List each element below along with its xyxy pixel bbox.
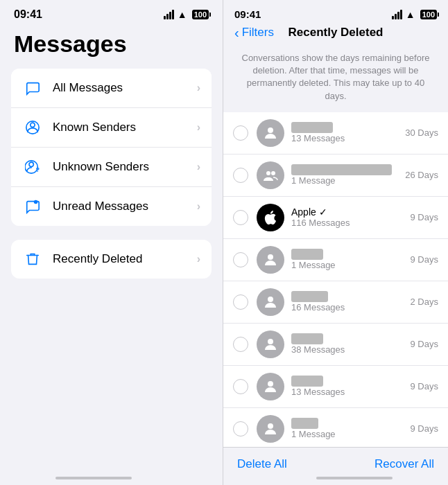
deleted-item-info: xxxx xxxx13 Messages	[291, 122, 401, 143]
radio-circle[interactable]	[233, 421, 248, 436]
deleted-item-info: xxxxxx xxx xxxx xxxxxx1 Message	[291, 164, 401, 186]
radio-circle[interactable]	[233, 252, 248, 267]
chevron-right-icon: ›	[197, 161, 200, 173]
deleted-item-name: xxxx xx	[291, 333, 406, 344]
avatar	[257, 330, 284, 358]
menu-item-recently-deleted[interactable]: Recently Deleted ›	[11, 240, 212, 279]
deleted-list-item[interactable]: xxxx xx38 Messages9 Days	[223, 324, 448, 366]
deleted-item-name: xxxx xx	[291, 249, 406, 260]
battery-icon-right: 100	[420, 10, 437, 19]
avatar	[257, 415, 284, 443]
deleted-item-days: 9 Days	[411, 381, 438, 391]
deleted-list: xxxx xxxx13 Messages30 Days xxxxxx xxx x…	[223, 112, 448, 447]
deleted-list-item[interactable]: xxxx xxxx13 Messages30 Days	[223, 112, 448, 155]
battery-icon: 100	[192, 10, 209, 19]
deleted-list-item[interactable]: xx xxxx13 Messages9 Days	[223, 366, 448, 408]
menu-item-unread-messages[interactable]: Unread Messages ›	[11, 187, 212, 226]
svg-point-5	[34, 200, 38, 204]
deleted-item-name: Apple ✓	[291, 206, 406, 218]
deleted-list-item[interactable]: xxxxxx xxx xxxx xxxxxx1 Message26 Days	[223, 155, 448, 197]
deleted-item-info: xxx xx1 Message	[291, 418, 406, 439]
deleted-item-info: xx xxxx13 Messages	[291, 376, 406, 397]
radio-circle[interactable]	[233, 168, 248, 183]
deleted-item-count: 1 Message	[291, 175, 401, 186]
chevron-right-icon: ›	[197, 253, 200, 265]
person-question-icon: ?	[22, 157, 43, 177]
deleted-list-item[interactable]: xxxx xx1 Message9 Days	[223, 239, 448, 281]
chevron-right-icon: ›	[197, 82, 200, 94]
unknown-senders-label: Unknown Senders	[53, 160, 197, 174]
info-text: Conversations show the days remaining be…	[223, 46, 448, 112]
wifi-icon-right: ▲	[406, 9, 415, 20]
menu-item-all-messages[interactable]: All Messages ›	[11, 69, 212, 108]
menu-list: All Messages › Known Senders ›	[11, 69, 212, 226]
back-label: Filters	[242, 26, 274, 39]
menu-item-unknown-senders[interactable]: ? Unknown Senders ›	[11, 148, 212, 187]
messages-title: Messages	[0, 25, 223, 69]
deleted-item-count: 13 Messages	[291, 387, 406, 397]
deleted-item-days: 26 Days	[405, 170, 438, 180]
trash-icon	[22, 249, 43, 270]
deleted-item-name: xx xxxx	[291, 376, 406, 387]
recently-deleted-wrapper: Recently Deleted ›	[11, 240, 212, 279]
wifi-icon: ▲	[178, 9, 187, 20]
deleted-item-info: xxx xxxx16 Messages	[291, 291, 406, 312]
deleted-item-days: 9 Days	[411, 254, 438, 265]
left-status-icons: ▲ 100	[164, 9, 209, 20]
radio-circle[interactable]	[233, 294, 248, 310]
radio-circle[interactable]	[233, 337, 248, 352]
left-panel: 09:41 ▲ 100 Messages	[0, 0, 223, 485]
avatar	[257, 288, 284, 316]
deleted-item-count: 116 Messages	[291, 218, 406, 228]
avatar	[257, 373, 284, 400]
all-messages-label: All Messages	[53, 81, 197, 95]
deleted-item-name: xxxx xxxx	[291, 122, 401, 133]
deleted-list-item[interactable]: xxx xxxx16 Messages2 Days	[223, 281, 448, 324]
deleted-item-days: 9 Days	[411, 339, 438, 349]
recover-all-button[interactable]: Recover All	[374, 457, 434, 471]
avatar	[257, 204, 284, 231]
chevron-right-icon: ›	[197, 121, 200, 134]
signal-icon	[164, 10, 174, 19]
message-icon	[22, 78, 43, 98]
right-time: 09:41	[234, 8, 261, 20]
avatar	[257, 119, 284, 147]
deleted-item-info: Apple ✓116 Messages	[291, 206, 406, 228]
deleted-item-name: xxx xx	[291, 418, 406, 429]
svg-point-11	[268, 339, 273, 344]
radio-circle[interactable]	[233, 379, 248, 394]
deleted-item-days: 2 Days	[411, 297, 438, 307]
delete-all-button[interactable]: Delete All	[237, 457, 287, 471]
deleted-item-info: xxxx xx1 Message	[291, 249, 406, 270]
left-status-bar: 09:41 ▲ 100	[0, 0, 223, 25]
avatar	[257, 161, 284, 189]
home-indicator-left	[55, 477, 132, 479]
back-button[interactable]: ‹ Filters	[234, 25, 274, 41]
deleted-list-item[interactable]: xxx xx1 Message9 Days	[223, 408, 448, 447]
right-status-bar: 09:41 ▲ 100	[223, 0, 448, 24]
svg-point-9	[268, 254, 273, 260]
deleted-item-count: 38 Messages	[291, 344, 406, 355]
message-unread-icon	[22, 196, 43, 217]
svg-point-13	[268, 423, 273, 429]
deleted-list-item[interactable]: Apple ✓116 Messages9 Days	[223, 197, 448, 239]
radio-circle[interactable]	[233, 125, 248, 141]
deleted-item-count: 16 Messages	[291, 302, 406, 312]
menu-item-known-senders[interactable]: Known Senders ›	[11, 108, 212, 148]
deleted-item-name: xxxxxx xxx xxxx xxxxxx	[291, 164, 401, 175]
left-time: 09:41	[14, 8, 42, 21]
chevron-right-icon: ›	[197, 200, 200, 213]
svg-point-7	[266, 171, 270, 175]
svg-point-2	[29, 162, 33, 166]
radio-circle[interactable]	[233, 210, 248, 225]
avatar	[257, 246, 284, 274]
deleted-item-days: 9 Days	[411, 423, 438, 434]
deleted-item-days: 30 Days	[405, 127, 438, 138]
right-nav: ‹ Filters Recently Deleted	[223, 24, 448, 46]
svg-point-10	[268, 297, 273, 302]
signal-icon-right	[392, 10, 402, 19]
deleted-item-name: xxx xxxx	[291, 291, 406, 302]
recently-deleted-label: Recently Deleted	[53, 252, 197, 266]
right-panel: 09:41 ▲ 100 ‹ Filters Recently Deleted C…	[223, 0, 448, 485]
home-indicator-right	[316, 477, 393, 479]
